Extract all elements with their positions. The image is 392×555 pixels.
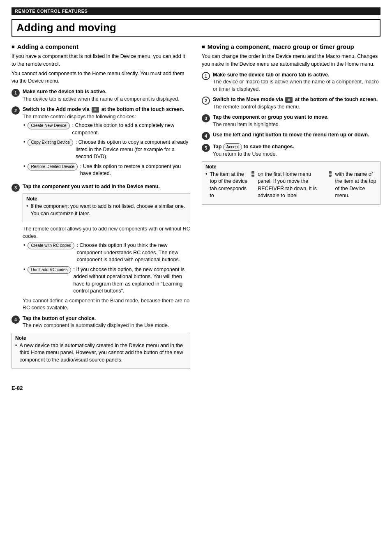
right-note-bullet: The item at the top of the device tab co… bbox=[205, 171, 377, 200]
step-1-circle: 1 bbox=[12, 89, 20, 97]
step-3-circle: 3 bbox=[12, 184, 20, 192]
bottom-note-bullet-text: A new device tab is automatically create… bbox=[19, 342, 187, 364]
step-2: 2 Switch to the Add mode via at the bott… bbox=[12, 106, 190, 180]
bullet-create-rc: Create with RC codes : Choose this optio… bbox=[23, 242, 190, 264]
left-section-title: Adding a component bbox=[12, 43, 190, 50]
step-3-note-bullet: If the component you want to add is not … bbox=[26, 203, 187, 217]
right-step-5-bold: Tap Accept to save the changes. bbox=[213, 143, 380, 151]
step-3-note: Note If the component you want to add is… bbox=[23, 193, 190, 222]
bullet-copy-existing: Copy Existing Device : Choose this optio… bbox=[23, 139, 190, 161]
step-2-bold-text: Switch to the Add mode via bbox=[23, 106, 90, 112]
right-section-title: Moving a component, macro group or timer… bbox=[202, 43, 380, 50]
restore-deleted-device-text: : Use this option to restore a component… bbox=[80, 163, 190, 177]
right-note-bullet-text3: with the name of the item at the top of … bbox=[335, 171, 377, 200]
copy-existing-device-btn: Copy Existing Device bbox=[28, 139, 73, 146]
step-3-note-label: Note bbox=[26, 196, 187, 202]
header-bar: REMOTE CONTROL FEATURES bbox=[12, 7, 380, 15]
bottom-note-label: Note bbox=[15, 335, 187, 341]
right-edit-icon bbox=[285, 97, 293, 103]
step-3-note-text: If the component you want to add is not … bbox=[26, 203, 187, 217]
step-4-text: The new component is automatically displ… bbox=[23, 322, 190, 329]
step-1-bold: Make sure the device tab is active. bbox=[23, 88, 190, 96]
edit-icon bbox=[92, 107, 99, 113]
right-step-2-text: The remote control displays the menu. bbox=[213, 104, 380, 111]
right-step-2-bold: Switch to the Move mode via at the botto… bbox=[213, 96, 380, 104]
right-step-2-content: Switch to the Move mode via at the botto… bbox=[213, 96, 380, 111]
right-note: Note The item at the top of the device t… bbox=[202, 161, 380, 205]
step-2-bold: Switch to the Add mode via at the bottom… bbox=[23, 106, 190, 113]
receiver-icon-2 bbox=[329, 171, 332, 177]
restore-deleted-device-btn: Restore Deleted Device bbox=[28, 163, 78, 170]
step-4-bold: Tap the button of your choice. bbox=[23, 315, 190, 322]
right-step-1-bold: Make sure the device tab or macro tab is… bbox=[213, 71, 380, 79]
copy-existing-device-text: : Choose this option to copy a component… bbox=[76, 139, 190, 161]
page-number: E-82 bbox=[12, 385, 23, 391]
step-1: 1 Make sure the device tab is active. Th… bbox=[12, 88, 190, 103]
step-3-extra-text: The remote control allows you to add new… bbox=[23, 226, 190, 240]
page-footer: E-82 bbox=[12, 385, 380, 391]
receiver-icon-1 bbox=[251, 171, 254, 177]
intro-line-2: You cannot add components to the Home me… bbox=[12, 70, 190, 85]
right-step-3-text: The menu item is highlighted. bbox=[213, 121, 380, 129]
right-step-4-bold: Use the left and right button to move th… bbox=[213, 131, 380, 139]
header-label: REMOTE CONTROL FEATURES bbox=[15, 9, 88, 14]
right-step-2-circle: 2 bbox=[202, 97, 210, 105]
step-3: 3 Tap the component you want to add in t… bbox=[12, 183, 190, 312]
right-step-5-save: to save the changes. bbox=[244, 144, 294, 150]
step-4-content: Tap the button of your choice. The new c… bbox=[23, 315, 190, 329]
right-step-5-circle: 5 bbox=[202, 144, 210, 152]
right-step-2-bold-text: Switch to the Move mode via bbox=[213, 97, 283, 102]
create-new-device-btn: Create New Device bbox=[28, 122, 69, 129]
right-note-bullet-text1: The item at the top of the device tab co… bbox=[210, 171, 248, 200]
step-4: 4 Tap the button of your choice. The new… bbox=[12, 315, 190, 329]
right-note-label: Note bbox=[205, 164, 377, 170]
bullet-dont-add-rc: Don't add RC codes : If you choose this … bbox=[23, 266, 190, 295]
create-with-rc-btn: Create with RC codes bbox=[28, 242, 74, 249]
bottom-note-bullet: A new device tab is automatically create… bbox=[15, 342, 187, 364]
right-note-text: The item at the top of the device tab co… bbox=[205, 171, 377, 200]
dont-add-rc-text: : If you choose this option, the new com… bbox=[74, 266, 190, 295]
step-2-text: The remote control displays the followin… bbox=[23, 113, 190, 121]
right-step-2-bold-text2: at the bottom of the touch screen. bbox=[295, 97, 378, 102]
page-title: Adding and moving bbox=[12, 19, 380, 37]
right-step-3-bold: Tap the component or group you want to m… bbox=[213, 114, 380, 121]
accept-btn: Accept bbox=[223, 143, 242, 151]
step-2-content: Switch to the Add mode via at the bottom… bbox=[23, 106, 190, 180]
bottom-note: Note A new device tab is automatically c… bbox=[12, 333, 190, 369]
intro-line-1: If you have a component that is not list… bbox=[12, 53, 190, 68]
step-3-extra-text2: You cannot define a component in the Bra… bbox=[23, 297, 190, 312]
step-2-bold-text2: at the bottom of the touch screen. bbox=[101, 106, 184, 112]
left-section-intro: If you have a component that is not list… bbox=[12, 53, 190, 85]
right-step-4-circle: 4 bbox=[202, 132, 210, 140]
step-3-extra-bullets: Create with RC codes : Choose this optio… bbox=[23, 242, 190, 295]
two-column-layout: Adding a component If you have a compone… bbox=[12, 43, 380, 372]
right-step-5: 5 Tap Accept to save the changes. You re… bbox=[202, 143, 380, 158]
right-step-5-content: Tap Accept to save the changes. You retu… bbox=[213, 143, 380, 158]
right-step-4: 4 Use the left and right button to move … bbox=[202, 131, 380, 140]
right-step-1: 1 Make sure the device tab or macro tab … bbox=[202, 71, 380, 93]
right-intro-line-1: You can change the order in the Device m… bbox=[202, 53, 380, 68]
right-step-1-content: Make sure the device tab or macro tab is… bbox=[213, 71, 380, 93]
right-step-5-tap: Tap bbox=[213, 144, 221, 150]
step-1-text: The device tab is active when the name o… bbox=[23, 96, 190, 103]
step-2-circle: 2 bbox=[12, 106, 20, 115]
right-section-intro: You can change the order in the Device m… bbox=[202, 53, 380, 68]
dont-add-rc-btn: Don't add RC codes bbox=[28, 266, 71, 274]
right-note-bullet-text2: on the first Home menu panel. If you mov… bbox=[258, 171, 325, 200]
page-wrapper: REMOTE CONTROL FEATURES Adding and movin… bbox=[0, 0, 392, 555]
step-2-bullets: Create New Device : Choose this option t… bbox=[23, 122, 190, 177]
step-4-circle: 4 bbox=[12, 315, 20, 324]
right-step-4-content: Use the left and right button to move th… bbox=[213, 131, 380, 139]
bottom-note-text: A new device tab is automatically create… bbox=[15, 342, 187, 364]
step-3-note-bullet-text: If the component you want to add is not … bbox=[30, 203, 187, 217]
step-3-bold: Tap the component you want to add in the… bbox=[23, 183, 190, 191]
step-1-content: Make sure the device tab is active. The … bbox=[23, 88, 190, 103]
create-with-rc-text: : Choose this option if you think the ne… bbox=[77, 242, 190, 264]
right-step-3: 3 Tap the component or group you want to… bbox=[202, 114, 380, 128]
left-column: Adding a component If you have a compone… bbox=[12, 43, 190, 372]
right-step-2: 2 Switch to the Move mode via at the bot… bbox=[202, 96, 380, 111]
step-3-content: Tap the component you want to add in the… bbox=[23, 183, 190, 312]
create-new-device-text: : Choose this option to add a completely… bbox=[72, 122, 190, 136]
bullet-create-new: Create New Device : Choose this option t… bbox=[23, 122, 190, 136]
right-step-3-circle: 3 bbox=[202, 114, 210, 122]
